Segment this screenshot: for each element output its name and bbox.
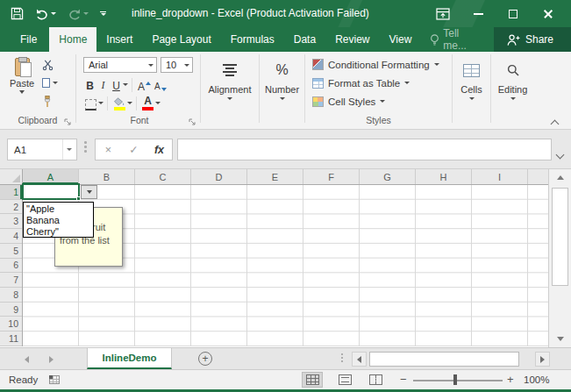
select-all-corner[interactable] bbox=[0, 169, 23, 185]
conditional-formatting-button[interactable]: Conditional Formatting bbox=[305, 55, 452, 74]
column-header[interactable]: B bbox=[79, 169, 135, 184]
page-break-view-button[interactable] bbox=[365, 372, 386, 388]
undo-button[interactable] bbox=[33, 6, 58, 22]
scroll-left-button[interactable] bbox=[352, 352, 367, 367]
font-dialog-launcher[interactable] bbox=[189, 118, 196, 125]
new-sheet-button[interactable]: + bbox=[198, 352, 212, 366]
maximize-button[interactable] bbox=[496, 0, 531, 27]
minimize-button[interactable] bbox=[460, 0, 496, 27]
row-header[interactable]: 3 bbox=[0, 214, 22, 229]
scroll-right-button[interactable] bbox=[535, 352, 550, 367]
redo-button[interactable] bbox=[66, 6, 90, 22]
tab-data[interactable]: Data bbox=[284, 27, 325, 52]
alignment-group-button[interactable]: Alignment bbox=[201, 52, 259, 129]
row-header[interactable]: 4 bbox=[0, 229, 22, 244]
font-size-combo[interactable]: 10 bbox=[161, 57, 193, 73]
save-button[interactable] bbox=[9, 5, 25, 22]
expand-formula-bar-button[interactable] bbox=[557, 146, 563, 161]
cancel-button[interactable]: × bbox=[96, 139, 121, 160]
cut-button[interactable] bbox=[42, 58, 58, 71]
clipboard-dialog-launcher[interactable] bbox=[64, 118, 71, 125]
tell-me-box[interactable]: Tell me... bbox=[421, 27, 494, 52]
undo-icon bbox=[35, 8, 49, 20]
grow-font-button[interactable]: A bbox=[136, 77, 153, 92]
zoom-in-button[interactable]: + bbox=[507, 373, 514, 386]
dropdown-list-item[interactable]: Cherry" bbox=[26, 226, 93, 238]
row-header[interactable]: 1 bbox=[0, 185, 22, 200]
column-header[interactable]: H bbox=[416, 169, 472, 184]
selected-cell-a1[interactable] bbox=[22, 183, 80, 200]
vertical-scroll-thumb[interactable] bbox=[552, 188, 568, 286]
name-box[interactable]: A1 bbox=[7, 139, 77, 160]
tab-bar-grip[interactable] bbox=[341, 353, 343, 362]
column-header[interactable]: F bbox=[303, 169, 360, 184]
previous-sheet-button[interactable] bbox=[19, 353, 33, 366]
zoom-level[interactable]: 100% bbox=[524, 370, 549, 389]
shrink-font-button[interactable]: A bbox=[153, 77, 168, 92]
horizontal-scroll-thumb[interactable] bbox=[369, 352, 519, 367]
sheet-tab-inlinedemo[interactable]: InlineDemo bbox=[87, 348, 172, 369]
page-layout-view-button[interactable] bbox=[334, 372, 355, 388]
format-as-table-button[interactable]: Format as Table bbox=[305, 74, 452, 92]
zoom-out-button[interactable]: − bbox=[400, 373, 407, 386]
column-header[interactable]: E bbox=[247, 169, 303, 184]
tab-insert[interactable]: Insert bbox=[96, 27, 142, 52]
copy-button[interactable] bbox=[42, 76, 58, 89]
row-header[interactable]: 9 bbox=[0, 303, 22, 317]
zoom-slider-track[interactable] bbox=[413, 380, 503, 381]
tab-file[interactable]: File bbox=[8, 27, 49, 52]
tab-view[interactable]: View bbox=[380, 27, 422, 52]
dropdown-list-item[interactable]: Banana bbox=[26, 215, 93, 226]
formula-input[interactable] bbox=[177, 139, 552, 160]
macro-record-icon[interactable] bbox=[49, 375, 60, 384]
ribbon-display-options-button[interactable] bbox=[425, 0, 460, 27]
normal-view-button[interactable] bbox=[302, 372, 323, 388]
dropdown-list: "AppleBananaCherry" bbox=[23, 202, 94, 238]
customize-qat-button[interactable] bbox=[98, 10, 108, 18]
column-header[interactable]: A bbox=[23, 169, 79, 184]
name-box-divider bbox=[62, 139, 63, 160]
fill-color-button[interactable] bbox=[111, 96, 127, 110]
column-header[interactable]: G bbox=[360, 169, 416, 184]
bold-button[interactable]: B bbox=[83, 77, 96, 92]
dropdown-list-item[interactable]: "Apple bbox=[26, 203, 93, 215]
row-header[interactable]: 6 bbox=[0, 259, 22, 274]
font-group-label-text: Font bbox=[130, 115, 148, 125]
column-header[interactable]: C bbox=[135, 169, 191, 184]
enter-button[interactable]: ✓ bbox=[121, 139, 146, 160]
next-sheet-button[interactable] bbox=[44, 353, 58, 366]
tab-home[interactable]: Home bbox=[49, 27, 96, 52]
tab-formulas[interactable]: Formulas bbox=[221, 27, 284, 52]
collapse-ribbon-button[interactable] bbox=[552, 115, 559, 122]
row-header[interactable]: 11 bbox=[0, 331, 22, 346]
formula-bar-grip[interactable] bbox=[84, 141, 87, 153]
insert-function-button[interactable]: fx bbox=[146, 139, 172, 160]
scroll-down-button[interactable] bbox=[551, 331, 569, 346]
share-button[interactable]: Share bbox=[494, 27, 571, 52]
editing-group-button[interactable]: Editing bbox=[491, 52, 534, 129]
font-color-button[interactable]: A bbox=[140, 96, 155, 110]
format-painter-button[interactable] bbox=[42, 95, 58, 108]
tab-page-layout[interactable]: Page Layout bbox=[142, 27, 220, 52]
row-header[interactable]: 8 bbox=[0, 288, 22, 303]
vertical-scrollbar[interactable] bbox=[548, 169, 571, 347]
number-group-button[interactable]: % Number bbox=[260, 52, 304, 129]
column-header[interactable]: I bbox=[472, 169, 528, 184]
row-header[interactable]: 2 bbox=[0, 200, 22, 215]
underline-button[interactable]: U bbox=[110, 77, 123, 92]
close-button[interactable] bbox=[531, 0, 566, 27]
zoom-slider-handle[interactable] bbox=[453, 374, 457, 385]
tab-review[interactable]: Review bbox=[325, 27, 379, 52]
font-name-combo[interactable]: Arial bbox=[83, 57, 157, 73]
borders-button[interactable] bbox=[83, 96, 98, 110]
column-header[interactable]: D bbox=[191, 169, 247, 184]
row-header[interactable]: 7 bbox=[0, 273, 22, 288]
scroll-up-button[interactable] bbox=[551, 170, 569, 185]
row-header[interactable]: 5 bbox=[0, 244, 22, 259]
cells-group-button[interactable]: Cells bbox=[453, 52, 490, 129]
paste-button[interactable]: Paste bbox=[4, 56, 39, 112]
cell-styles-button[interactable]: Cell Styles bbox=[305, 92, 452, 110]
cell-dropdown-button[interactable] bbox=[81, 185, 97, 199]
italic-button[interactable]: I bbox=[96, 77, 110, 92]
row-header[interactable]: 10 bbox=[0, 317, 22, 331]
